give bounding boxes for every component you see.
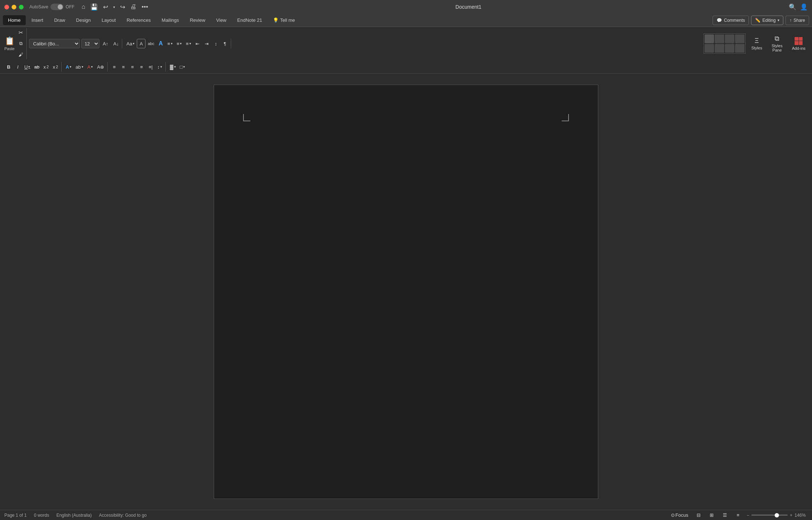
styles-box [704, 33, 746, 54]
add-ins-button[interactable]: Add-ins [788, 36, 809, 52]
tab-tellme[interactable]: 💡 Tell me [268, 15, 300, 25]
comments-button[interactable]: 💬 Comments [713, 16, 749, 25]
tab-draw[interactable]: Draw [49, 15, 70, 25]
font-color-chevron: ▾ [70, 65, 71, 69]
text-color-button[interactable]: A ▾ [86, 62, 95, 72]
text-color-chevron: ▾ [91, 65, 93, 69]
autosave-toggle[interactable] [50, 4, 63, 10]
bold-button[interactable]: B [4, 62, 13, 72]
tab-layout[interactable]: Layout [97, 15, 121, 25]
align-left-button[interactable]: ≡ [110, 62, 119, 72]
color-group: A ▾ ab ▾ A ▾ A⊕ [62, 62, 108, 72]
focus-button[interactable]: ⊙ Focus [669, 511, 690, 520]
text-effects-button[interactable]: A [156, 39, 165, 48]
toolbar-row-1: 📋 Paste ✂ ⧉ 🖌 Calibri (Bo... 12 A↑ A↓ [0, 27, 812, 60]
show-para-button[interactable]: ¶ [221, 39, 229, 48]
decrease-indent-button[interactable]: ⇤ [193, 39, 202, 48]
grow-font-button[interactable]: A↑ [101, 39, 110, 48]
undo-dropdown-icon[interactable]: ▾ [113, 5, 115, 9]
styles-pane-button[interactable]: ⧉ StylesPane [768, 33, 786, 54]
bullets-button[interactable]: ≡▾ [165, 39, 175, 48]
align-right-button[interactable]: ≡ [128, 62, 137, 72]
search-icon[interactable]: 🔍 [789, 3, 796, 11]
app-title: Document1 [152, 4, 784, 10]
cut-button[interactable]: ✂ [16, 28, 25, 37]
font-size-select[interactable]: 12 [81, 39, 99, 48]
focus-icon: ⊙ [671, 512, 675, 518]
styles-grid[interactable] [704, 33, 746, 54]
phonetic-button[interactable]: abc [146, 39, 156, 48]
share-button[interactable]: ↑ Share [786, 16, 809, 25]
zoom-thumb[interactable] [775, 513, 779, 517]
font-format-group: B I U▾ ab x2 x2 [3, 62, 62, 72]
col-format-button[interactable]: ≡| [146, 62, 155, 72]
home-icon[interactable]: ⌂ [82, 3, 85, 11]
zoom-plus[interactable]: + [790, 513, 792, 518]
font-family-select[interactable]: Calibri (Bo... [29, 39, 80, 48]
tab-home[interactable]: Home [3, 15, 26, 25]
tab-endnote[interactable]: EndNote 21 [232, 15, 267, 25]
sort-button[interactable]: ↕ [212, 39, 220, 48]
increase-indent-button[interactable]: ⇥ [202, 39, 211, 48]
redo-icon[interactable]: ↪ [120, 3, 125, 11]
autosave-area: AutoSave OFF [29, 4, 74, 10]
subscript-button[interactable]: x2 [42, 62, 51, 72]
tab-mailings[interactable]: Mailings [157, 15, 184, 25]
ribbon-right-buttons: 💬 Comments ✏️ Editing ▾ ↑ Share [713, 16, 809, 25]
editing-button[interactable]: ✏️ Editing ▾ [751, 16, 783, 25]
tab-references[interactable]: References [122, 15, 156, 25]
share-icon: ↑ [790, 18, 792, 23]
paste-button[interactable]: 📋 Paste [4, 36, 15, 51]
autosave-label: AutoSave [29, 4, 48, 9]
line-spacing-button[interactable]: ↕▾ [155, 62, 164, 72]
more-icon[interactable]: ••• [142, 3, 148, 11]
multilevel-button[interactable]: ≡▾ [184, 39, 193, 48]
draft-button[interactable]: ≡ [734, 511, 742, 520]
close-button[interactable] [4, 5, 9, 9]
zoom-minus[interactable]: − [747, 513, 749, 518]
format-painter-button[interactable]: 🖌 [16, 50, 25, 59]
change-case-button[interactable]: Aa▾ [124, 39, 136, 48]
zoom-track[interactable] [751, 515, 788, 516]
minimize-button[interactable] [12, 5, 16, 9]
web-layout-button[interactable]: ⊞ [708, 511, 716, 520]
word-count: 0 words [34, 513, 49, 518]
highlight-chevron: ▾ [82, 65, 83, 69]
print-icon[interactable]: 🖨 [130, 3, 136, 11]
highlight-button[interactable]: ab ▾ [74, 62, 85, 72]
maximize-button[interactable] [19, 5, 24, 9]
borders-button[interactable]: □▾ [178, 62, 187, 72]
align-center-button[interactable]: ≡ [119, 62, 128, 72]
copy-button[interactable]: ⧉ [16, 39, 25, 48]
italic-button[interactable]: I [13, 62, 22, 72]
tab-insert[interactable]: Insert [26, 15, 49, 25]
underline-button[interactable]: U▾ [22, 62, 32, 72]
numbering-button[interactable]: ≡▾ [175, 39, 184, 48]
tab-review[interactable]: Review [185, 15, 210, 25]
strikethrough-button[interactable]: ab [32, 62, 41, 72]
save-icon[interactable]: 💾 [90, 3, 98, 11]
print-layout-button[interactable]: ⊟ [694, 511, 703, 520]
shrink-font-button[interactable]: A↓ [111, 39, 120, 48]
clear-format-button[interactable]: A [137, 39, 145, 48]
comments-icon: 💬 [717, 18, 722, 23]
undo-icon[interactable]: ↩ [103, 3, 108, 11]
superscript-button[interactable]: x2 [51, 62, 60, 72]
outline-button[interactable]: ☰ [721, 511, 729, 520]
account-icon[interactable]: 👤 [800, 3, 808, 11]
document-canvas[interactable] [0, 74, 812, 510]
tab-design[interactable]: Design [71, 15, 96, 25]
editing-icon: ✏️ [755, 18, 760, 23]
font-color-button[interactable]: A ▾ [64, 62, 73, 72]
styles-button[interactable]: Ξ Styles [748, 36, 766, 52]
font-group: Calibri (Bo... 12 A↑ A↓ [28, 39, 122, 48]
font-color-icon: A [66, 64, 69, 70]
toolbar: 📋 Paste ✂ ⧉ 🖌 Calibri (Bo... 12 A↑ A↓ [0, 27, 812, 74]
justify-button[interactable]: ≡ [137, 62, 146, 72]
paste-icon: 📋 [5, 36, 15, 46]
page-info: Page 1 of 1 [4, 513, 26, 518]
tab-view[interactable]: View [211, 15, 231, 25]
shading-button[interactable]: ▓▾ [168, 62, 177, 72]
zoom-level[interactable]: 146% [795, 513, 808, 518]
char-spacing-button[interactable]: A⊕ [95, 62, 106, 72]
